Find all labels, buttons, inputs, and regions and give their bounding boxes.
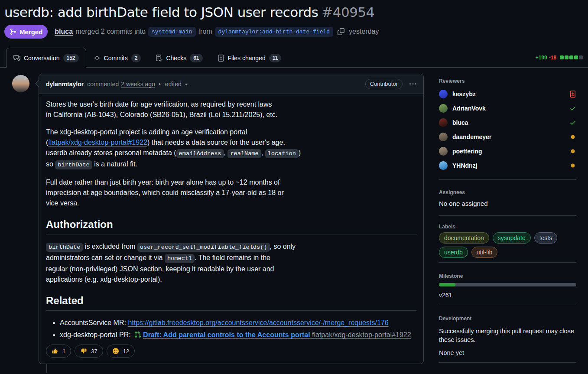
inline-code: realName [227,149,261,158]
reviewer-avatar[interactable] [439,133,448,141]
inline-code: location [265,149,299,158]
reaction-count: 37 [91,348,97,354]
reviewer-row: keszybz [439,90,576,98]
review-status-pending-icon [569,162,576,169]
reviewer-row: YHNdnzj [439,161,576,170]
reviewer-name[interactable]: bluca [452,119,565,126]
reviewer-avatar[interactable] [439,147,448,156]
kebab-icon [409,81,416,88]
label-tests[interactable]: tests [534,232,558,244]
comment-author-avatar[interactable] [12,75,29,92]
diff-block-add [574,55,578,59]
tab-conversation[interactable]: Conversation152 [6,48,86,68]
related-list: AccountsService MR: https://gitlab.freed… [46,318,416,340]
pr-byline: Merged bluca merged 2 commits into syste… [4,25,578,39]
label-userdb[interactable]: userdb [439,247,468,258]
label-sysupdate[interactable]: sysupdate [493,232,531,244]
diff-block-neutral [579,55,583,59]
tab-checks[interactable]: Checks61 [148,48,210,68]
base-branch-label[interactable]: systemd:main [148,27,196,37]
label-documentation[interactable]: documentation [439,232,489,244]
sidebar-section-labels: Labels documentationsysupdatetestsuserdb… [439,216,576,263]
tab-commits[interactable]: Commits2 [86,48,149,68]
pr-reference-link[interactable]: Draft: Add parental controls to the Acco… [143,331,411,338]
byline-from-text: from [198,28,212,36]
chevron-down-icon [183,81,190,88]
head-branch-label[interactable]: dylanmtaylor:add-birth-date-field [215,27,333,37]
pr-title: userdb: add birthDate field to JSON user… [4,3,578,21]
reviewer-row: AdrianVovk [439,104,576,113]
diff-block-add [560,55,564,59]
inline-link[interactable]: flatpak/xdg-desktop-portal#1922 [48,139,147,146]
review-status-approved-icon [569,105,576,112]
tab-counter: 11 [269,54,282,62]
sidebar-section-reviewers: Reviewers keszybzAdrianVovkblucadaandeme… [439,74,576,180]
comment-card: dylanmtaylor commented 2 weeks ago • edi… [39,74,424,364]
edited-indicator[interactable]: • edited [159,81,190,88]
comment-options-button[interactable] [409,81,416,88]
inline-link[interactable]: https://gitlab.freedesktop.org/accountss… [128,319,388,326]
comment-paragraph: birthDate is excluded from user_record_s… [46,241,416,285]
byline-action-text: merged 2 commits into [75,28,146,36]
diff-block-add [569,55,573,59]
comment-action-text: commented [87,81,119,88]
comment-paragraph: Full date rather than just birth year: b… [46,177,416,208]
thumbs-up-emoji [52,348,58,354]
milestone-heading: Milestone [439,273,576,279]
reviewer-avatar[interactable] [439,90,448,98]
reviewer-avatar[interactable] [439,118,448,127]
tab-counter: 152 [63,54,79,62]
comment-author-link[interactable]: dylanmtaylor [46,81,84,88]
pr-content: dylanmtaylor commented 2 weeks ago • edi… [0,74,588,373]
assignees-heading: Assignees [439,189,576,195]
timeline: dylanmtaylor commented 2 weeks ago • edi… [12,74,424,373]
reviewer-avatar[interactable] [439,104,448,113]
reviewer-row: bluca [439,118,576,127]
tab-files-changed[interactable]: Files changed11 [210,48,289,68]
checklist-icon [156,55,162,62]
inline-code: birthDate [55,160,92,169]
reviewer-row: daandemeyer [439,133,576,141]
sidebar: Reviewers keszybzAdrianVovkblucadaandeme… [439,74,576,363]
development-text: Successfully merging this pull request m… [439,327,576,344]
copy-branch-button[interactable] [338,28,344,35]
git-merge-icon [10,28,16,35]
reviewer-name[interactable]: daandemeyer [452,133,565,140]
diff-stat[interactable]: +199 -18 [536,55,583,61]
review-status-approved-icon [569,119,576,126]
review-status-pending-icon [569,133,576,140]
comment-timestamp-link[interactable]: 2 weeks ago [121,81,155,88]
reviewer-row: poettering [439,147,576,156]
label-util-lib[interactable]: util-lib [471,247,498,258]
milestone-progress-fill [439,283,455,286]
tab-counter: 61 [190,54,202,62]
milestone-progress-bar [439,283,576,286]
list-item: xdg-desktop-portal PR: Draft: Add parent… [60,330,416,340]
reviewer-name[interactable]: keszybz [452,91,565,98]
pr-header: userdb: add birthDate field to JSON user… [0,0,588,39]
sidebar-section-milestone: Milestone v261 [439,263,576,305]
review-status-changes-requested-icon [569,91,576,98]
reaction-confused[interactable]: 12 [107,345,135,358]
sidebar-section-development: Development Successfully merging this pu… [439,305,576,363]
reaction-count: 12 [123,348,129,354]
reviewer-name[interactable]: AdrianVovk [452,105,565,112]
timeline-connector-line [46,364,47,373]
milestone-name[interactable]: v261 [439,292,576,299]
pr-title-text: userdb: add birthDate field to JSON user… [4,4,318,20]
list-item: AccountsService MR: https://gitlab.freed… [60,318,416,328]
reviewer-avatar[interactable] [439,161,448,170]
inline-code: user_record_self_modifiable_fields() [137,243,270,252]
confused-emoji [112,348,119,354]
reaction-count: 1 [62,348,65,354]
reaction-thumbs-up[interactable]: 1 [46,345,71,358]
reviewer-name[interactable]: YHNdnzj [452,162,565,169]
author-link[interactable]: bluca [55,28,73,36]
review-status-pending-icon [569,148,576,155]
reviewer-name[interactable]: poettering [452,148,565,155]
reaction-thumbs-down[interactable]: 37 [75,345,103,358]
merged-time: yesterday [349,28,379,36]
pr-tabs: Conversation152 Commits2 Checks61 Files … [0,48,588,68]
diff-deletions: -18 [549,55,556,61]
development-heading: Development [439,315,576,322]
